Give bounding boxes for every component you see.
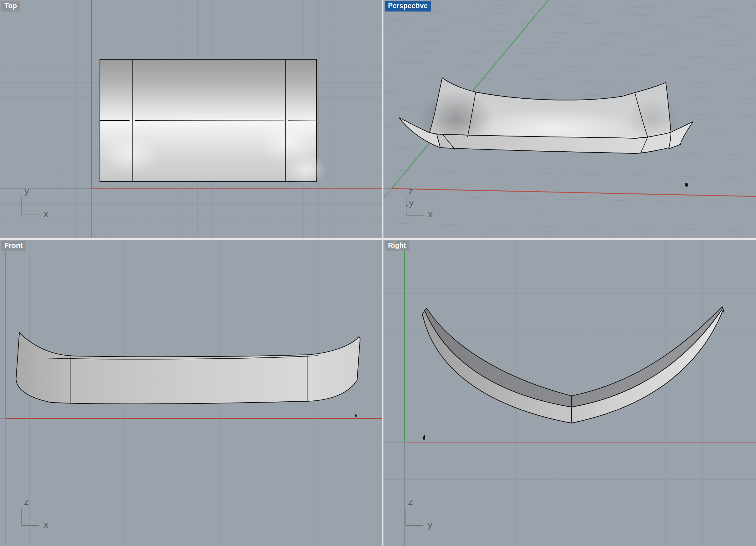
model-right-view[interactable] (422, 307, 724, 423)
viewport-top[interactable]: y x Top (0, 0, 382, 238)
viewport-front[interactable]: z x Front (0, 240, 382, 546)
top-view-canvas (0, 0, 382, 238)
axis-indicator-right: z y (406, 508, 423, 526)
model-crease-line-tangent (288, 120, 317, 120)
model-inner-rim-band[interactable] (425, 307, 723, 407)
axis-letter-x: x (428, 209, 433, 219)
cursor-arrow (685, 183, 688, 188)
point-object-mark (355, 414, 357, 418)
viewport-label-right[interactable]: Right (385, 241, 409, 251)
axis-letter-z: z (408, 186, 413, 196)
viewport-label-front[interactable]: Front (1, 241, 26, 251)
model-tip-edge (422, 314, 422, 318)
perspective-canvas (383, 0, 756, 238)
viewport-label-top[interactable]: Top (1, 1, 20, 12)
front-view-canvas (0, 240, 382, 546)
y-axis-negative-line (383, 189, 392, 199)
surface-highlight (284, 154, 327, 185)
model-crease-line (100, 120, 284, 120)
point-object-mark (423, 435, 425, 440)
axis-indicator-front: z x (21, 508, 39, 526)
axis-letter-y: y (427, 520, 433, 529)
application-window: y x Top (0, 0, 756, 546)
axis-letter-z: z (408, 497, 413, 506)
model-tip-edge (723, 309, 724, 313)
axis-tick (406, 205, 408, 206)
right-view-canvas (383, 240, 756, 546)
axis-letter-y: y (409, 198, 414, 207)
axis-letter-z: z (24, 497, 29, 506)
x-axis-line (392, 189, 756, 196)
viewport-right[interactable]: z y Right (383, 240, 756, 546)
surface-highlight (102, 133, 159, 176)
viewport-perspective[interactable]: z y x Perspective (383, 0, 756, 238)
model-perspective-view[interactable] (399, 78, 693, 153)
model-front-view-surface[interactable] (16, 333, 360, 404)
x-axis-negative-line (383, 188, 392, 189)
viewport-label-perspective[interactable]: Perspective (385, 1, 431, 12)
axis-letter-x: x (43, 520, 49, 529)
axis-indicator-top: y x (21, 197, 39, 215)
axis-letter-x: x (43, 209, 49, 219)
axis-indicator-perspective: z y x (406, 197, 423, 215)
axis-letter-y: y (24, 186, 29, 196)
